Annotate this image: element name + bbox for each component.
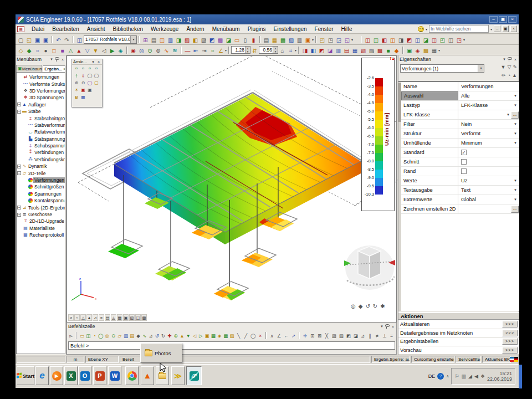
- doc-icon[interactable]: ▩: [422, 46, 430, 54]
- result-icon[interactable]: ▩: [376, 46, 384, 54]
- menu-einstellungen[interactable]: Einstellungen: [270, 25, 311, 33]
- pin-icon[interactable]: [385, 324, 390, 327]
- cmd-icon[interactable]: ⊙: [110, 332, 116, 339]
- language-indicator[interactable]: DE: [428, 374, 436, 379]
- snap-icon[interactable]: ≠: [374, 332, 381, 339]
- command-input[interactable]: Befehl >: [68, 341, 395, 350]
- result-icon[interactable]: ▧: [359, 46, 367, 54]
- tool-icon[interactable]: ◧: [191, 35, 200, 44]
- tree-item[interactable]: ‡Schubspannung: [17, 142, 65, 149]
- menu-plugins[interactable]: Plugins: [244, 25, 270, 33]
- feedback-smiley-icon[interactable]: [418, 26, 424, 32]
- result-icon[interactable]: ◩: [318, 46, 326, 54]
- collapse-icon[interactable]: −: [17, 110, 21, 114]
- tool-icon[interactable]: ▨: [200, 35, 208, 44]
- tool-icon[interactable]: ■: [58, 46, 66, 54]
- tree-item[interactable]: ⇧2D-/1D-Upgrade: [17, 218, 65, 224]
- snap-icon[interactable]: ⊥: [381, 332, 388, 339]
- tool-icon[interactable]: ▶: [108, 46, 116, 54]
- snap-icon[interactable]: ↗: [290, 332, 297, 339]
- tool-icon[interactable]: ▯: [241, 35, 249, 44]
- cmd-icon[interactable]: ↺: [154, 332, 160, 339]
- cube-icon[interactable]: ◆: [359, 303, 363, 309]
- cmd-icon[interactable]: ▣: [204, 332, 210, 339]
- view-window-icon[interactable]: ◰: [438, 35, 447, 44]
- close-icon[interactable]: ×: [391, 325, 395, 329]
- taskbar-vlc-icon[interactable]: ▲: [141, 366, 154, 385]
- tree-item[interactable]: +≣Geschosse: [17, 211, 65, 218]
- snap-icon[interactable]: ⊿: [359, 332, 366, 339]
- edit-pencil-icon[interactable]: ✎: [513, 64, 517, 70]
- tree-item[interactable]: +⊿Tools (2D-Ergebnisse): [17, 204, 65, 211]
- tree-item[interactable]: ▦Rechenprotokoll: [17, 232, 65, 238]
- chevron-down-icon[interactable]: ▾: [380, 324, 384, 329]
- start-button[interactable]: Start: [17, 366, 34, 385]
- cmd-icon[interactable]: ◫: [85, 332, 91, 339]
- tree-item[interactable]: ◡Relativverformung: [17, 129, 65, 135]
- action-run-button[interactable]: >>>: [502, 338, 518, 345]
- cmd-icon[interactable]: ▤: [129, 332, 135, 339]
- menu-hilfe[interactable]: Hilfe: [337, 25, 356, 33]
- cmd-icon[interactable]: ◯: [98, 332, 104, 339]
- close-button[interactable]: ×: [508, 16, 516, 23]
- view-window-icon[interactable]: ◫: [413, 35, 422, 44]
- crane-icon[interactable]: ⌂: [278, 46, 287, 54]
- tree-item[interactable]: ❖3D Verformungen: [17, 88, 65, 94]
- view-window-icon[interactable]: ◫: [447, 35, 455, 44]
- action-run-button[interactable]: >>>: [502, 321, 518, 328]
- taskbar-powerpoint-icon[interactable]: P: [93, 366, 106, 385]
- snap-icon[interactable]: ╲: [235, 332, 242, 339]
- mdi-restore-button[interactable]: ▣: [502, 25, 509, 32]
- cmd-icon[interactable]: ∿: [141, 332, 147, 339]
- clip-icon[interactable]: ◳: [326, 35, 335, 44]
- tab-ergebnisse[interactable]: Ergebn...×: [43, 65, 65, 72]
- taskbar-outlook-icon[interactable]: O: [78, 366, 91, 385]
- view-flag-icon[interactable]: ▧: [129, 314, 135, 321]
- light-icon[interactable]: ☀: [73, 86, 80, 94]
- taskbar-connect-icon[interactable]: ≫: [171, 366, 185, 385]
- photos-popup[interactable]: Photos: [140, 343, 182, 363]
- tool-icon[interactable]: ●: [42, 46, 50, 54]
- view-window-icon[interactable]: ◫: [372, 35, 380, 44]
- tool-icon[interactable]: ▲: [75, 46, 83, 54]
- view-flag-icon[interactable]: ▤: [105, 314, 110, 321]
- view-flag-icon[interactable]: ⌁: [74, 314, 80, 321]
- snap-icon[interactable]: ╱: [242, 332, 249, 339]
- snap-icon[interactable]: ∠: [275, 332, 283, 339]
- menu-werkzeuge[interactable]: Werkzeuge: [147, 25, 182, 33]
- help-search-input[interactable]: [429, 25, 489, 33]
- taskbar-scia-icon[interactable]: 𝒮: [186, 366, 202, 385]
- export-icon[interactable]: ▣: [304, 35, 312, 44]
- zoom-icon[interactable]: ◯: [86, 72, 93, 79]
- expand-icon[interactable]: +: [17, 213, 21, 217]
- snap-icon[interactable]: ╳: [323, 332, 330, 339]
- misc-tray-icon[interactable]: ❖: [480, 374, 485, 379]
- cmd-icon[interactable]: ▱: [116, 332, 122, 339]
- rotate-right-icon[interactable]: ↻: [373, 303, 377, 309]
- view-window-icon[interactable]: ◫: [388, 35, 397, 44]
- action-run-button[interactable]: >>>: [502, 347, 518, 354]
- tree-item[interactable]: ▤Materialliste: [17, 225, 65, 232]
- clip-icon[interactable]: ◰: [318, 35, 326, 44]
- gallery-icon[interactable]: ▦: [270, 35, 279, 44]
- tool-icon[interactable]: □: [50, 46, 58, 54]
- menu-datei[interactable]: Datei: [28, 25, 48, 33]
- taskbar-word-icon[interactable]: W: [108, 366, 121, 385]
- restore-button[interactable]: ▣: [499, 16, 507, 23]
- prop-value[interactable]: Alle▼: [458, 91, 519, 100]
- close-icon[interactable]: ×: [513, 58, 518, 62]
- view-flag-icon[interactable]: ⊿: [93, 314, 98, 321]
- prop-value[interactable]: Nein▼: [458, 120, 519, 129]
- tree-item[interactable]: −▬Stäbe: [17, 108, 65, 115]
- tool-icon[interactable]: ⊞: [141, 35, 150, 44]
- action-run-button[interactable]: >>>: [502, 330, 518, 336]
- tab-menuebaum[interactable]: ▣Menübaum: [16, 65, 42, 72]
- tree-item[interactable]: ⁑Verbindungen: [17, 149, 65, 156]
- zoom-icon[interactable]: ◯: [93, 72, 100, 79]
- menu-ansicht[interactable]: Ansicht: [83, 25, 109, 33]
- save-all-icon[interactable]: ▣: [42, 35, 50, 44]
- 3d-viewport[interactable]: z x Ansic... ▾× ¤¤¤¤ †‡◯◯: [66, 55, 397, 323]
- dim-icon[interactable]: ⇤: [192, 46, 200, 54]
- chevron-down-icon[interactable]: ▾: [426, 27, 427, 31]
- status-current-ucs[interactable]: Aktuelles BKS: [482, 356, 511, 363]
